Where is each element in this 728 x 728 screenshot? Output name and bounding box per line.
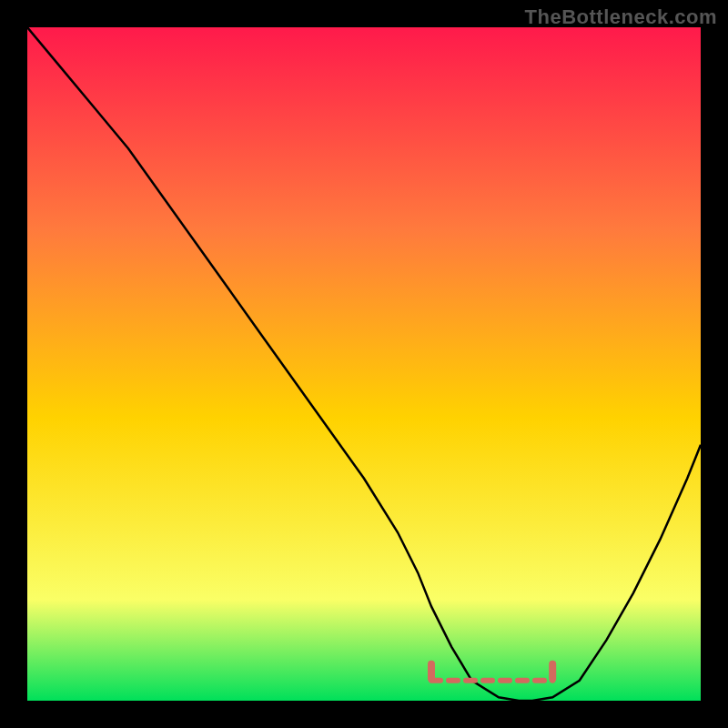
bottleneck-chart xyxy=(27,27,701,701)
svg-rect-2 xyxy=(549,661,556,682)
gradient-background xyxy=(27,27,701,701)
svg-rect-1 xyxy=(428,661,435,682)
chart-container: TheBottleneck.com xyxy=(0,0,728,728)
watermark-label: TheBottleneck.com xyxy=(525,5,717,29)
